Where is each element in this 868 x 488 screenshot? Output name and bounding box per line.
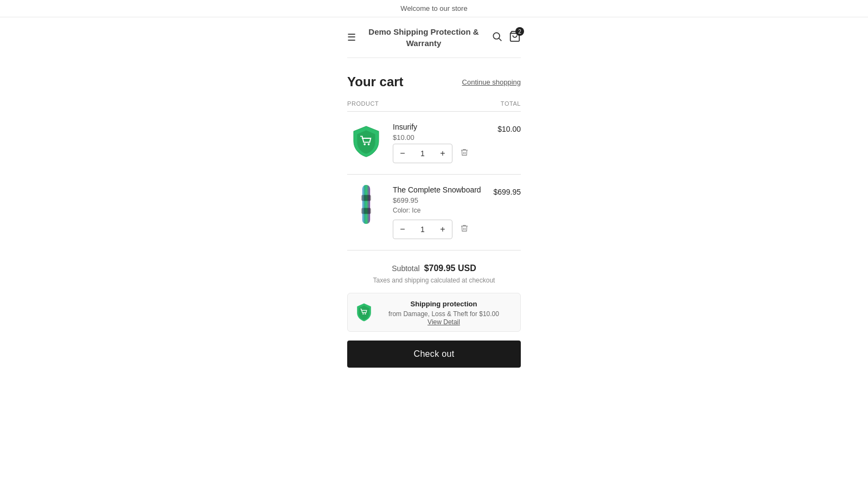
header-icons: 2 <box>492 30 521 44</box>
item-details-snowboard: The Complete Snowboard $699.95 Color: Ic… <box>393 185 486 239</box>
svg-point-0 <box>493 33 500 39</box>
item-details-insurify: Insurify $10.00 − 1 + <box>393 123 490 163</box>
cart-header: Your cart Continue shopping <box>347 74 521 89</box>
continue-shopping-link[interactable]: Continue shopping <box>462 78 521 86</box>
svg-point-10 <box>362 313 363 314</box>
subtotal-section: Subtotal $709.95 USD Taxes and shipping … <box>347 251 521 376</box>
svg-rect-9 <box>365 185 366 224</box>
announcement-text: Welcome to our store <box>400 4 467 12</box>
qty-decrease-snowboard[interactable]: − <box>393 220 412 239</box>
store-logo: Demo Shipping Protection & Warranty <box>356 26 492 49</box>
announcement-bar: Welcome to our store <box>0 0 868 17</box>
item-image-insurify <box>347 123 385 160</box>
subtotal-row: Subtotal $709.95 USD <box>347 264 521 273</box>
svg-point-4 <box>368 143 370 145</box>
cart-icon-button[interactable]: 2 <box>509 30 521 44</box>
cart-table-header: PRODUCT TOTAL <box>347 100 521 112</box>
svg-line-1 <box>499 38 502 41</box>
insurify-shield-icon <box>350 125 382 158</box>
svg-rect-8 <box>362 185 364 224</box>
delete-button-snowboard[interactable] <box>458 222 471 237</box>
subtotal-label: Subtotal <box>392 264 419 273</box>
shipping-protection-icon <box>354 303 374 322</box>
snowboard-icon <box>353 183 380 226</box>
qty-increase-insurify[interactable]: + <box>433 144 452 163</box>
svg-point-11 <box>365 313 366 314</box>
shipping-protection-widget: Shipping protection from Damage, Loss & … <box>347 293 521 332</box>
item-name-snowboard: The Complete Snowboard <box>393 185 486 194</box>
subtotal-amount: $709.95 USD <box>424 264 476 273</box>
cart-item-snowboard: The Complete Snowboard $699.95 Color: Ic… <box>347 175 521 251</box>
item-name-insurify: Insurify <box>393 123 490 131</box>
qty-value-snowboard: 1 <box>412 225 433 234</box>
cart-main: Your cart Continue shopping PRODUCT TOTA… <box>347 58 521 393</box>
cart-title: Your cart <box>347 74 404 89</box>
item-price-insurify: $10.00 <box>393 133 490 142</box>
tax-note: Taxes and shipping calculated at checkou… <box>347 277 521 284</box>
col-total: TOTAL <box>501 100 521 107</box>
search-icon[interactable] <box>492 31 502 44</box>
col-product: PRODUCT <box>347 100 379 107</box>
item-controls-snowboard: − 1 + <box>393 220 486 239</box>
shipping-protection-desc: from Damage, Loss & Theft for $10.00 <box>388 310 499 318</box>
cart-badge: 2 <box>515 27 524 36</box>
item-total-snowboard: $699.95 <box>493 188 521 196</box>
item-right-insurify: $10.00 <box>497 123 521 133</box>
header: ☰ Demo Shipping Protection & Warranty 2 <box>347 17 521 58</box>
shipping-protection-view-detail[interactable]: View Detail <box>379 318 508 326</box>
item-image-snowboard <box>347 185 385 223</box>
item-right-snowboard: $699.95 <box>493 185 521 196</box>
cart-item-insurify: Insurify $10.00 − 1 + $ <box>347 112 521 175</box>
delete-button-insurify[interactable] <box>458 146 471 161</box>
quantity-controls-insurify: − 1 + <box>393 144 452 163</box>
menu-icon[interactable]: ☰ <box>347 31 356 43</box>
shipping-protection-text: Shipping protection from Damage, Loss & … <box>379 299 508 326</box>
quantity-controls-snowboard: − 1 + <box>393 220 452 239</box>
item-controls-insurify: − 1 + <box>393 144 490 163</box>
qty-value-insurify: 1 <box>412 149 433 158</box>
svg-point-3 <box>363 143 366 145</box>
shipping-protection-title: Shipping protection <box>411 300 477 308</box>
qty-decrease-insurify[interactable]: − <box>393 144 412 163</box>
qty-increase-snowboard[interactable]: + <box>433 220 452 239</box>
checkout-button[interactable]: Check out <box>347 341 521 368</box>
item-price-snowboard: $699.95 <box>393 196 486 204</box>
item-variant-snowboard: Color: Ice <box>393 207 486 214</box>
item-total-insurify: $10.00 <box>497 125 521 133</box>
